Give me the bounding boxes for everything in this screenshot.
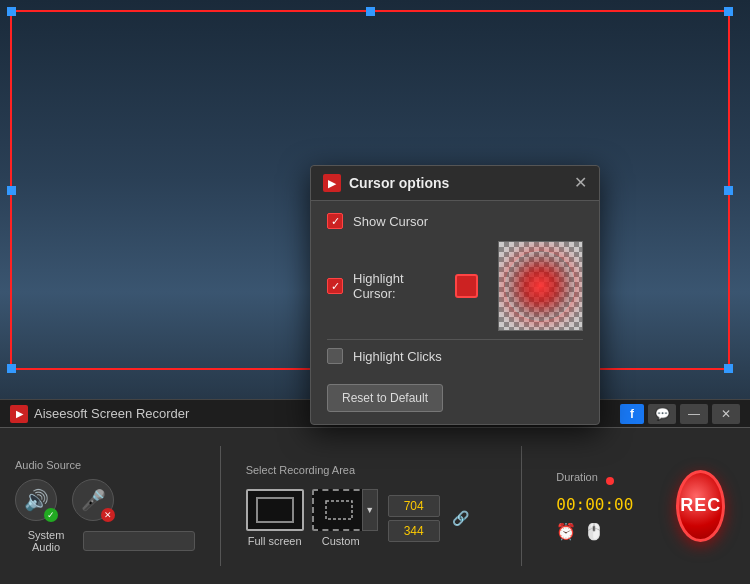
app-icon: ▶ [10,405,28,423]
fullscreen-option-wrap: Full screen [246,489,304,547]
chat-icon: 💬 [655,407,670,421]
area-options-row: Full screen ▼ Custom [246,489,496,547]
mic-audio-wrap: 🎤 ✕ [72,479,114,521]
duration-time: 00:00:00 [556,495,656,514]
audio-section-label: Audio Source [15,459,195,471]
highlight-cursor-label: Highlight Cursor: [353,271,445,301]
reset-to-default-button[interactable]: Reset to Default [327,384,443,412]
bottom-icons-row: ⏰ 🖱️ [556,522,656,541]
show-cursor-label: Show Cursor [353,214,428,229]
duration-label: Duration [556,471,598,483]
system-audio-check-badge: ✓ [44,508,58,522]
chat-button[interactable]: 💬 [648,404,676,424]
cursor-options-dialog: ▶ Cursor options ✕ ✓ Show Cursor ✓ Highl… [310,165,600,425]
section-divider-2 [521,446,522,566]
highlight-color-swatch[interactable] [455,274,478,298]
mic-audio-x-badge: ✕ [101,508,115,522]
system-audio-icon[interactable]: 🔊 ✓ [15,479,57,521]
rec-button[interactable]: REC [676,470,725,542]
custom-dropdown-arrow[interactable]: ▼ [362,489,378,531]
size-inputs-wrap [388,495,440,542]
recording-area-label: Select Recording Area [246,464,496,476]
cursor-glow [505,251,575,321]
duration-indicator [606,477,614,485]
dialog-header: ▶ Cursor options ✕ [311,166,599,201]
facebook-icon: f [630,407,634,421]
cursor-icon[interactable]: 🖱️ [584,522,604,541]
svg-rect-1 [326,501,352,519]
highlight-clicks-label: Highlight Clicks [353,349,442,364]
minimize-button[interactable]: — [680,404,708,424]
custom-icon [321,496,361,524]
show-cursor-checkbox[interactable]: ✓ [327,213,343,229]
handle-middle-right[interactable] [724,186,733,195]
audio-icons-row: 🔊 ✓ 🎤 ✕ [15,479,195,521]
dialog-body: ✓ Show Cursor ✓ Highlight Cursor: Highli… [311,201,599,424]
system-audio-label-row: System Audio [15,529,195,553]
height-input[interactable] [388,520,440,542]
alarm-icon[interactable]: ⏰ [556,522,576,541]
dialog-title: ▶ Cursor options [323,174,449,192]
cursor-preview [498,241,583,331]
dialog-separator [327,339,583,340]
mic-audio-icon[interactable]: 🎤 ✕ [72,479,114,521]
handle-top-left[interactable] [7,7,16,16]
dialog-app-icon: ▶ [323,174,341,192]
section-divider-1 [220,446,221,566]
fullscreen-icon [255,496,295,524]
system-audio-wrap: 🔊 ✓ [15,479,57,521]
audio-source-section: Audio Source 🔊 ✓ 🎤 ✕ System Audio [15,459,195,553]
show-cursor-row: ✓ Show Cursor [327,213,583,229]
custom-option-wrap: ▼ Custom [312,489,370,547]
handle-top-center[interactable] [366,7,375,16]
facebook-button[interactable]: f [620,404,644,424]
custom-btn-row: ▼ [312,489,370,531]
dialog-icon-text: ▶ [328,178,336,189]
taskbar-content: Audio Source 🔊 ✓ 🎤 ✕ System Audio [0,428,750,583]
handle-bottom-left[interactable] [7,364,16,373]
highlight-clicks-row: Highlight Clicks [327,348,583,364]
recording-area-section: Select Recording Area Full screen [246,464,496,547]
fullscreen-thumb[interactable] [246,489,304,531]
custom-label: Custom [322,535,360,547]
svg-rect-0 [257,498,293,522]
dialog-title-text: Cursor options [349,175,449,191]
handle-bottom-right[interactable] [724,364,733,373]
system-audio-dropdown[interactable] [83,531,195,551]
close-icon: ✕ [721,407,731,421]
handle-top-right[interactable] [724,7,733,16]
dialog-close-button[interactable]: ✕ [574,175,587,191]
app-title: Aiseesoft Screen Recorder [34,406,189,421]
link-icon[interactable]: 🔗 [452,510,469,526]
highlight-cursor-row: ✓ Highlight Cursor: [327,241,583,331]
highlight-cursor-checkbox[interactable]: ✓ [327,278,343,294]
width-input[interactable] [388,495,440,517]
close-button[interactable]: ✕ [712,404,740,424]
fullscreen-label: Full screen [248,535,302,547]
system-audio-label: System Audio [15,529,77,553]
handle-middle-left[interactable] [7,186,16,195]
taskbar-window-controls: f 💬 — ✕ [620,404,740,424]
minimize-icon: — [688,407,700,421]
taskbar: ▶ Aiseesoft Screen Recorder f 💬 — ✕ Audi… [0,399,750,584]
highlight-clicks-checkbox[interactable] [327,348,343,364]
app-title-area: ▶ Aiseesoft Screen Recorder [10,405,189,423]
duration-section: Duration 00:00:00 ⏰ 🖱️ [556,471,656,541]
